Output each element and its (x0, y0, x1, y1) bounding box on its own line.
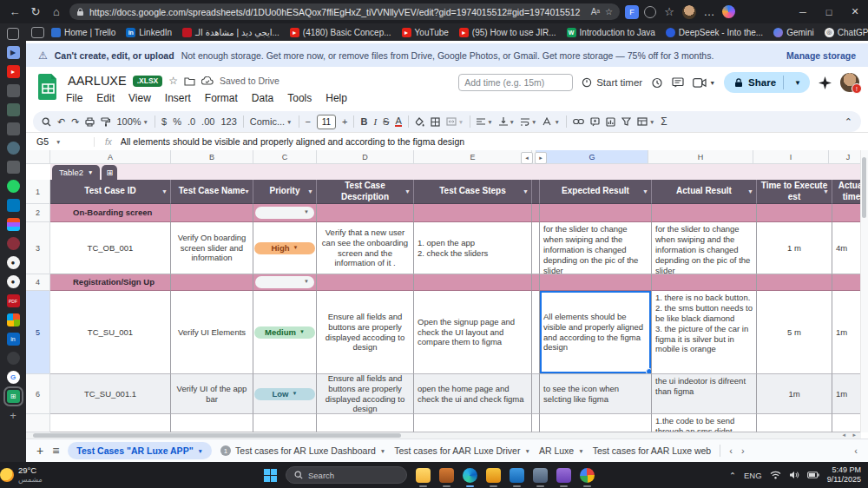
header-actual-result[interactable]: Actual Result▼ (652, 180, 757, 204)
calendar-tab-icon[interactable] (7, 161, 20, 174)
all-sheets-icon[interactable]: ≡ (52, 444, 59, 458)
side-panel-collapse-icon[interactable]: ‹ (854, 445, 858, 456)
manage-storage-link[interactable]: Manage storage (786, 50, 856, 61)
cell-e6[interactable]: open the home page and check the ui and … (414, 374, 532, 414)
row-header-2[interactable]: 2 (26, 204, 50, 222)
trello-tab-icon[interactable] (7, 122, 20, 135)
cell-i3[interactable]: 1 m (757, 222, 832, 274)
cell-g4[interactable] (540, 274, 652, 291)
hidden-cell[interactable] (532, 222, 540, 274)
cell-g3[interactable]: for the slider to change when swiping an… (540, 222, 652, 274)
google-tab-icon[interactable]: G (7, 371, 20, 384)
priority-dropdown[interactable]: ▼ (255, 207, 314, 219)
v-scroll-thumb[interactable] (862, 157, 866, 218)
hidden-cell[interactable] (532, 291, 540, 374)
cell-b7[interactable] (171, 414, 253, 432)
cell-g2[interactable] (540, 204, 652, 222)
share-dropdown-icon[interactable]: ▼ (789, 79, 806, 87)
cell-e5[interactable]: Open the signup page and check the UI la… (414, 291, 532, 374)
sheet-tab[interactable]: Test cases for AAR Luxe Driver▼ (394, 445, 530, 456)
comment-history-icon[interactable] (672, 77, 684, 88)
menu-insert[interactable]: Insert (165, 92, 191, 104)
youtube-tab-icon[interactable]: ▸ (7, 65, 20, 78)
formula-input[interactable]: All elements should be visible and prope… (121, 136, 464, 147)
scroll-left-icon[interactable]: ◂ (842, 432, 845, 439)
row-header-1[interactable]: 1 (26, 180, 50, 204)
cell-h6[interactable]: the ui indeotor is difreent than figma (652, 374, 757, 414)
menu-tools[interactable]: Tools (287, 92, 312, 104)
microsoft-tab-icon[interactable] (7, 313, 20, 326)
hidden-cell[interactable] (532, 180, 540, 204)
cell-b2[interactable] (171, 204, 253, 222)
unhide-column-right-icon[interactable]: ▸ (535, 152, 547, 164)
table-menu-icon[interactable]: ⊞ (102, 165, 117, 180)
twitter-tab-icon[interactable] (7, 142, 20, 155)
github-tab-icon[interactable]: ● (7, 275, 20, 288)
figma-tab-icon[interactable] (7, 218, 20, 231)
priority-dropdown[interactable]: Low▼ (254, 388, 315, 400)
version-history-icon[interactable] (651, 77, 663, 89)
bookmark-item[interactable]: inLinkedIn (122, 28, 175, 37)
cell-e7[interactable] (414, 414, 532, 432)
insert-link-icon[interactable] (573, 118, 584, 125)
column-header-c[interactable]: C (253, 150, 317, 164)
horizontal-scrollbar[interactable]: ◂ ▸ (26, 432, 861, 439)
extension-icon[interactable] (644, 6, 656, 18)
bookmark-item[interactable]: DeepSeek - Into the... (662, 28, 766, 37)
cell-h4[interactable] (652, 274, 757, 291)
column-header-a[interactable]: A (50, 150, 171, 164)
favorite-star-icon[interactable]: ☆ (605, 7, 613, 16)
unhide-column-left-icon[interactable]: ◂ (521, 152, 533, 164)
horizontal-align-icon[interactable]: ▼ (477, 118, 492, 126)
tray-expand-icon[interactable]: ⌃ (729, 471, 736, 480)
trello-tab-icon[interactable] (7, 84, 20, 97)
name-box[interactable]: G5▼ (26, 136, 82, 147)
move-folder-icon[interactable] (184, 76, 195, 86)
trello-tab-icon[interactable] (7, 199, 20, 212)
filter-icon[interactable] (621, 117, 631, 126)
add-time-input[interactable] (458, 74, 573, 91)
more-menu-icon[interactable]: … (701, 5, 717, 18)
borders-icon[interactable] (431, 117, 440, 127)
vertical-scrollbar[interactable] (860, 150, 868, 432)
cell-c4[interactable]: ▼ (253, 274, 317, 291)
hidden-cell[interactable] (532, 204, 540, 222)
cell-a3[interactable]: TC_OB_001 (50, 222, 171, 274)
header-expected-result[interactable]: Expected Result▼ (540, 180, 652, 204)
header-priority[interactable]: Priority▼ (253, 180, 317, 204)
minimize-icon[interactable]: ─ (790, 0, 816, 23)
italic-icon[interactable]: I (373, 116, 377, 127)
tab-switcher-icon[interactable] (7, 28, 19, 40)
search-menus-icon[interactable] (42, 117, 51, 127)
font-size-input[interactable]: 11 (317, 115, 336, 129)
home-icon[interactable]: ⌂ (49, 5, 64, 18)
tabs-scroll-right-icon[interactable]: › (741, 445, 745, 456)
compass-tab-icon[interactable] (7, 352, 20, 365)
column-header-d[interactable]: D (317, 150, 414, 164)
column-header-h[interactable]: H (648, 150, 753, 164)
hidden-cell[interactable] (532, 374, 540, 414)
bold-icon[interactable]: B (360, 116, 367, 127)
cell-e2[interactable] (414, 204, 532, 222)
row-header-5[interactable]: 5 (26, 291, 50, 374)
cell-h7[interactable]: 1.the code to be send through an sms did… (652, 414, 757, 432)
cell-h3[interactable]: for the slider to change when swiping an… (652, 222, 757, 274)
row-header-4[interactable]: 4 (26, 274, 50, 291)
account-avatar[interactable]: ! (840, 73, 859, 92)
row-header-7[interactable] (26, 414, 50, 432)
sidebar-pane-icon[interactable] (31, 27, 44, 38)
priority-dropdown[interactable]: ▼ (255, 276, 314, 288)
start-timer-button[interactable]: Start timer (582, 77, 642, 88)
merge-cells-icon[interactable]: ▼ (446, 117, 464, 126)
extension-f-icon[interactable]: F (625, 5, 639, 19)
decrease-font-size-icon[interactable]: − (306, 116, 311, 127)
cell-b3[interactable]: Verify On boarding screen slider and inf… (171, 222, 253, 274)
box-app-icon[interactable] (439, 468, 454, 483)
select-all-corner[interactable] (26, 150, 50, 164)
windows-start-icon[interactable] (264, 469, 277, 482)
cell-e3[interactable]: 1. open the app 2. check the sliders (414, 222, 532, 274)
cell-i6[interactable]: 1m (757, 374, 832, 414)
weather-widget[interactable]: 29°C مشمس (7, 466, 43, 484)
cell-a2[interactable]: On-Boarding screen (50, 204, 171, 222)
menu-format[interactable]: Format (205, 92, 238, 104)
